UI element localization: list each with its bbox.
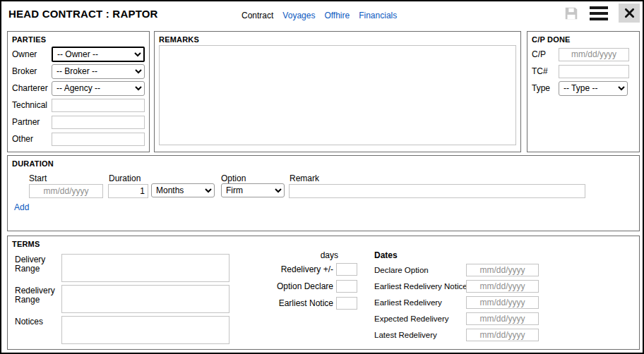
broker-select[interactable]: -- Broker --	[52, 64, 145, 79]
start-header: Start	[29, 173, 47, 183]
charterer-row: Charterer -- Agency --	[12, 80, 145, 97]
declare-option-label: Declare Option	[374, 266, 466, 274]
option-declare-label: Option Declare	[277, 281, 333, 291]
other-input[interactable]	[52, 133, 145, 146]
owner-row: Owner -- Owner --	[12, 46, 145, 63]
delivery-range-textarea[interactable]	[61, 254, 229, 282]
redelivery-plusminus-input[interactable]	[336, 263, 357, 276]
parties-panel: PARTIES Owner -- Owner -- Broker -- Brok…	[7, 31, 150, 152]
duration-option-select[interactable]: Firm	[221, 183, 285, 197]
option-declare-row: Option Declare	[257, 280, 357, 293]
type-select[interactable]: -- Type --	[559, 81, 628, 96]
broker-row: Broker -- Broker --	[12, 63, 145, 80]
charterer-select[interactable]: -- Agency --	[52, 81, 145, 96]
duration-header: Duration	[109, 173, 141, 183]
cp-date-input[interactable]	[559, 48, 629, 61]
declare-option-row: Declare Option	[374, 264, 558, 276]
tc-input[interactable]	[559, 65, 629, 78]
earliest-notice-input[interactable]	[336, 297, 357, 310]
earliest-notice-label: Earliest Notice	[279, 298, 333, 308]
option-declare-input[interactable]	[336, 280, 357, 293]
days-column: days Redelivery +/- Option Declare Earli…	[257, 250, 357, 314]
redelivery-plusminus-row: Redelivery +/-	[257, 263, 357, 276]
dates-column: Dates Declare Option Earliest Redelivery…	[374, 250, 558, 345]
duration-title: DURATION	[12, 159, 54, 168]
latest-redelivery-label: Latest Redelivery	[374, 331, 466, 339]
partner-label: Partner	[12, 117, 52, 127]
close-button[interactable]	[619, 4, 640, 23]
earliest-redelivery-row: Earliest Redelivery	[374, 296, 558, 309]
remark-header: Remark	[290, 173, 319, 183]
menu-icon	[590, 6, 608, 9]
cp-done-title: C/P DONE	[532, 35, 635, 44]
header-actions	[564, 4, 640, 23]
type-label: Type	[532, 83, 559, 93]
broker-label: Broker	[12, 66, 52, 76]
head-contract-window: HEAD CONTRACT : RAPTOR Contract Voyages …	[0, 0, 644, 354]
dates-header: Dates	[374, 250, 558, 260]
expected-redelivery-input[interactable]	[466, 312, 539, 325]
expected-redelivery-label: Expected Redelivery	[374, 315, 466, 323]
notices-label: Notices	[15, 317, 60, 326]
terms-panel: TERMS Delivery Range Redelivery Range No…	[7, 236, 640, 350]
duration-panel: DURATION Start Duration Option Remark Mo…	[7, 155, 640, 231]
type-row: Type -- Type --	[532, 80, 635, 97]
owner-label: Owner	[12, 49, 52, 59]
redelivery-range-textarea[interactable]	[61, 285, 229, 313]
earliest-redelivery-input[interactable]	[466, 296, 539, 309]
tab-offhire[interactable]: Offhire	[324, 11, 350, 20]
cp-label: C/P	[532, 49, 559, 59]
terms-title: TERMS	[12, 240, 40, 248]
duration-remark-input[interactable]	[289, 184, 585, 198]
delivery-range-label: Delivery Range	[15, 255, 60, 274]
close-icon	[624, 8, 635, 18]
menu-button[interactable]	[588, 5, 609, 22]
save-icon	[564, 6, 579, 21]
earliest-redelivery-notice-label: Earliest Redelivery Notice	[374, 282, 466, 291]
earliest-notice-row: Earliest Notice	[257, 297, 357, 310]
option-header: Option	[221, 173, 246, 183]
nav-tabs: Contract Voyages Offhire Financials	[242, 11, 397, 20]
save-button[interactable]	[564, 6, 579, 21]
other-label: Other	[12, 134, 52, 144]
remarks-panel: REMARKS	[154, 31, 521, 152]
partner-input[interactable]	[52, 116, 145, 129]
technical-input[interactable]	[52, 99, 145, 112]
days-header: days	[257, 250, 338, 260]
cp-done-panel: C/P DONE C/P TC# Type -- Type --	[527, 31, 640, 152]
redelivery-range-label: Redelivery Range	[15, 286, 60, 305]
add-duration-link[interactable]: Add	[14, 202, 29, 212]
tab-contract[interactable]: Contract	[242, 11, 273, 20]
tc-row: TC#	[532, 63, 635, 80]
latest-redelivery-row: Latest Redelivery	[374, 329, 558, 341]
latest-redelivery-input[interactable]	[466, 329, 539, 341]
expected-redelivery-row: Expected Redelivery	[374, 312, 558, 325]
tc-label: TC#	[532, 66, 559, 76]
earliest-redelivery-label: Earliest Redelivery	[374, 298, 466, 307]
earliest-redelivery-notice-input[interactable]	[466, 280, 539, 293]
tab-voyages[interactable]: Voyages	[282, 11, 315, 20]
other-row: Other	[12, 130, 145, 147]
duration-unit-select[interactable]: Months	[151, 183, 215, 197]
partner-row: Partner	[12, 114, 145, 130]
technical-row: Technical	[12, 97, 145, 114]
duration-start-input[interactable]	[29, 184, 103, 198]
owner-select[interactable]: -- Owner --	[52, 47, 145, 62]
remarks-title: REMARKS	[159, 35, 516, 44]
tab-financials[interactable]: Financials	[359, 11, 397, 20]
declare-option-input[interactable]	[466, 264, 539, 276]
cp-date-row: C/P	[532, 46, 635, 63]
technical-label: Technical	[12, 100, 52, 110]
earliest-redelivery-notice-row: Earliest Redelivery Notice	[374, 280, 558, 293]
parties-title: PARTIES	[12, 35, 145, 44]
redelivery-plusminus-label: Redelivery +/-	[281, 264, 333, 274]
duration-value-input[interactable]	[108, 184, 148, 198]
charterer-label: Charterer	[12, 83, 52, 93]
notices-textarea[interactable]	[61, 316, 229, 344]
page-title: HEAD CONTRACT : RAPTOR	[8, 8, 158, 20]
remarks-textarea[interactable]	[159, 45, 516, 145]
